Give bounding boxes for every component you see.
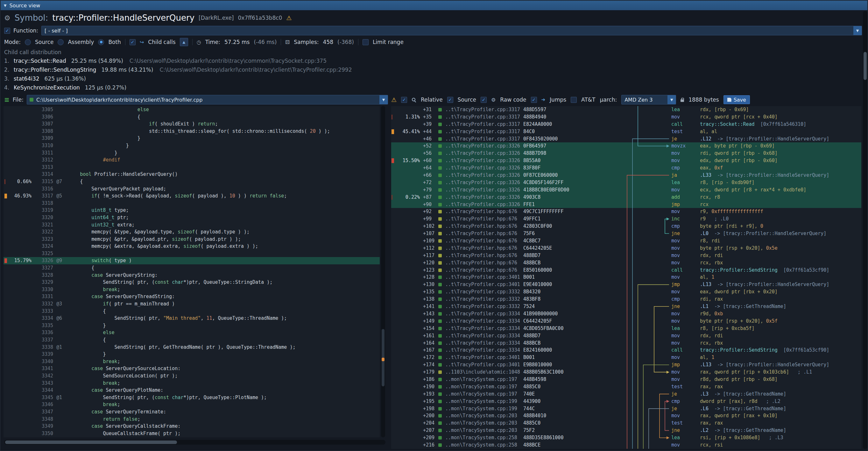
asm-source-ref[interactable]: ..t\TracyProfiler.cpp:3326 <box>445 157 522 164</box>
source-line[interactable]: 3318 <box>3 200 380 207</box>
asm-source-ref[interactable]: ..t\TracyProfiler.cpp:3326 <box>445 186 522 194</box>
asm-source-ref[interactable]: ..t\TracyProfiler.cpp:3317 <box>445 136 522 143</box>
asm-row[interactable]: +164..t\TracyProfiler.cpp:3334488BCBmovr… <box>391 339 861 347</box>
source-line[interactable]: 3310 } <box>3 142 380 149</box>
raw-code-label[interactable]: Raw code <box>500 96 526 103</box>
asm-row[interactable]: +204..mon\TracySystem.cpp:2034885C0testr… <box>391 419 861 427</box>
asm-source-ref[interactable]: ..t\TracyProfiler.cpp:3326 <box>445 194 522 201</box>
asm-row[interactable]: +92..t\TracyProfiler.hpp:67649C7C1FFFFFF… <box>391 208 861 215</box>
asm-source-ref[interactable]: ..mon\TracySystem.cpp:258 <box>445 442 522 449</box>
asm-row[interactable]: +141..t\TracyProfiler.cpp:33327524jne.L1… <box>391 303 861 310</box>
asm-source-ref[interactable]: ..t\TracyProfiler.cpp:3332 <box>445 288 522 296</box>
asm-row[interactable]: +66..t\TracyProfiler.cpp:33260F87CE06000… <box>391 172 861 179</box>
asm-row[interactable]: +193..mon\TracySystem.cpp:197740Eje.L3 -… <box>391 390 861 398</box>
asm-row[interactable]: +90..t\TracyProfiler.cpp:3326FFE1jmprcx <box>391 201 861 208</box>
asm-row[interactable]: +107..t\TracyProfiler.hpp:67675F6jne.L0 … <box>391 230 861 237</box>
scrollbar-thumb[interactable] <box>5 441 177 444</box>
asm-source-ref[interactable]: ..t\TracyProfiler.cpp:3334 <box>445 339 522 347</box>
source-line[interactable]: 3309 } <box>3 135 380 142</box>
source-line[interactable]: 3341 case ServerQuerySourceLocation: <box>3 365 380 372</box>
function-checkbox[interactable]: ✓ <box>4 28 10 34</box>
asm-source-ref[interactable]: ..t\TracyProfiler.hpp:676 <box>445 252 522 259</box>
source-line[interactable]: 3343 break; <box>3 380 380 387</box>
asm-source-ref[interactable]: ..mon\TracySystem.cpp:203 <box>445 412 522 419</box>
asm-row[interactable]: +195..mon\TracySystem.cpp:199443900cmpdw… <box>391 398 861 405</box>
asm-row[interactable]: +123..t\TracyProfiler.hpp:676E850160000c… <box>391 267 861 274</box>
source-line[interactable]: 3305 else <box>3 106 380 113</box>
uarch-combo[interactable]: AMD Zen 3 ▼ <box>621 95 676 104</box>
source-line[interactable]: 3320 uint64_t ptr; <box>3 214 380 221</box>
asm-source-ref[interactable]: ..t\TracyProfiler.cpp:3334 <box>445 347 522 354</box>
source-line[interactable]: 3313 <box>3 164 380 171</box>
asm-source-ref[interactable]: ..mon\TracySystem.cpp:197 <box>445 383 522 390</box>
asm-row[interactable]: 1.31%+35..t\TracyProfiler.cpp:3317488B49… <box>391 113 861 121</box>
radio-assembly-label[interactable]: Assembly <box>68 39 94 45</box>
radio-assembly[interactable] <box>58 39 64 45</box>
asm-source-ref[interactable]: ..mon\TracySystem.cpp:258 <box>445 434 522 442</box>
asm-source-ref[interactable]: ..t\TracyProfiler.cpp:3401 <box>445 361 522 368</box>
asm-source-ref[interactable]: ..mon\TracySystem.cpp:199 <box>445 398 522 405</box>
asm-row[interactable]: +186..mon\TracySystem.cpp:197448B4598mov… <box>391 376 861 383</box>
child-calls-checkbox[interactable]: ✓ <box>129 39 135 45</box>
save-button[interactable]: Save <box>723 95 750 104</box>
asm-row[interactable]: +198..mon\TracySystem.cpp:199744Cje.L6 -… <box>391 405 861 413</box>
child-calls-label[interactable]: Child calls <box>148 39 175 45</box>
source-line[interactable]: 3336 else <box>3 329 380 336</box>
file-combo[interactable]: C:\Users\wolf\Desktop\darkrl\contrib\tra… <box>27 95 388 104</box>
asm-source-ref[interactable]: ..t\TracyProfiler.hpp:676 <box>445 230 522 237</box>
source-horizontal-scrollbar[interactable] <box>4 440 385 445</box>
source-line[interactable]: 3338@1 SendString( ptr, GetThreadName( p… <box>3 344 380 351</box>
source-line[interactable]: 3328 case ServerQueryString: <box>3 272 380 279</box>
source-line[interactable]: 3333 { <box>3 308 380 315</box>
source-line[interactable]: 3321 uint32_t extra; <box>3 221 380 229</box>
asm-source-ref[interactable]: ..t\TracyProfiler.cpp:3401 <box>445 354 522 361</box>
asm-source-ref[interactable]: ..t\TracyProfiler.cpp:3326 <box>445 150 522 157</box>
assembly-vertical-scrollbar[interactable] <box>863 11 867 449</box>
source-line[interactable]: 3339 } <box>3 351 380 358</box>
source-line[interactable]: 3324 memcpy( &extra, &payload.extra, siz… <box>3 243 380 250</box>
source-line[interactable]: 3350 QueueCallstackFrame( ptr ); <box>3 430 380 437</box>
chevron-down-icon[interactable]: ▼ <box>668 95 676 104</box>
child-call-entry[interactable]: 2.tracy::Profiler::SendLongString19.88 m… <box>4 65 860 74</box>
asm-row[interactable]: +172..t\TracyProfiler.cpp:3401B001moval,… <box>391 354 861 361</box>
source-line[interactable]: 3314 bool Profiler::HandleServerQuery() <box>3 171 380 178</box>
asm-source-ref[interactable]: ..t\TracyProfiler.cpp:3334 <box>445 310 522 318</box>
asm-row[interactable]: +209..mon\TracySystem.cpp:258488D35E8861… <box>391 434 861 442</box>
asm-row[interactable]: +190..mon\TracySystem.cpp:1974885C0testr… <box>391 383 861 390</box>
source-line[interactable]: 15.79%3326@9 switch( type ) <box>3 257 380 264</box>
asm-row[interactable]: +79..t\TracyProfiler.cpp:3326418B8C80E0B… <box>391 186 861 194</box>
asm-row[interactable]: +31..t\TracyProfiler.cpp:3317488D5597lea… <box>391 106 861 113</box>
source-line[interactable]: 3311 } <box>3 149 380 157</box>
file-list-icon[interactable]: ≡ <box>4 96 9 103</box>
asm-row[interactable]: +120..t\TracyProfiler.hpp:676488BCBmovrc… <box>391 259 861 267</box>
asm-row[interactable]: +109..t\TracyProfiler.hpp:6764C8BC7movr8… <box>391 237 861 245</box>
radio-source-label[interactable]: Source <box>35 39 54 45</box>
source-line[interactable]: 3349 case ServerQueryCallstackFrame: <box>3 423 380 430</box>
source-line[interactable]: 3307 if( shouldExit ) return; <box>3 120 380 128</box>
up-arrow-button[interactable]: ▲ <box>180 38 188 46</box>
source-line[interactable]: 0.66%3315@7 { <box>3 178 380 185</box>
source-line[interactable]: 3344 case ServerQueryPlotName: <box>3 387 380 394</box>
asm-row[interactable]: +99..t\TracyProfiler.hpp:67649FFC1incr9 … <box>391 215 861 222</box>
asm-source-ref[interactable]: ..t\TracyProfiler.hpp:676 <box>445 267 522 274</box>
asm-row[interactable]: +200..mon\TracySystem.cpp:203488B4010mov… <box>391 412 861 419</box>
source-line[interactable]: 3327 { <box>3 264 380 272</box>
asm-source-ref[interactable]: ..t\TracyProfiler.cpp:3326 <box>445 172 522 179</box>
source-line[interactable]: 3332@3 if( ptr == m_mainThread ) <box>3 300 380 308</box>
limit-range-checkbox[interactable]: ✓ <box>363 39 369 45</box>
asm-row[interactable]: +128..t\TracyProfiler.cpp:3401B001moval,… <box>391 274 861 281</box>
asm-row[interactable]: +56..t\TracyProfiler.cpp:3326488B7D98mov… <box>391 150 861 157</box>
asm-row[interactable]: +102..t\TracyProfiler.hpp:67642803C0F00c… <box>391 222 861 230</box>
raw-code-checkbox[interactable]: ✓ <box>480 97 487 103</box>
asm-source-ref[interactable]: ..mon\TracySystem.cpp:197 <box>445 390 522 398</box>
asm-row[interactable]: +52..t\TracyProfiler.cpp:33260FB64597mov… <box>391 142 861 150</box>
asm-row[interactable]: +179..1103\include\atomic:1048488B05B63C… <box>391 368 861 376</box>
source-line[interactable]: 3330 break; <box>3 286 380 293</box>
source-label[interactable]: Source <box>458 96 476 103</box>
source-line[interactable]: 3342 SendSourceLocation( ptr ); <box>3 372 380 380</box>
source-line[interactable]: 3340 break; <box>3 358 380 365</box>
asm-source-ref[interactable]: ..t\TracyProfiler.hpp:676 <box>445 208 522 215</box>
asm-row[interactable]: +39..t\TracyProfiler.cpp:3317E824AA0000c… <box>391 121 861 128</box>
asm-source-ref[interactable]: ..t\TracyProfiler.cpp:3334 <box>445 325 522 332</box>
chevron-down-icon[interactable]: ▼ <box>854 26 862 35</box>
